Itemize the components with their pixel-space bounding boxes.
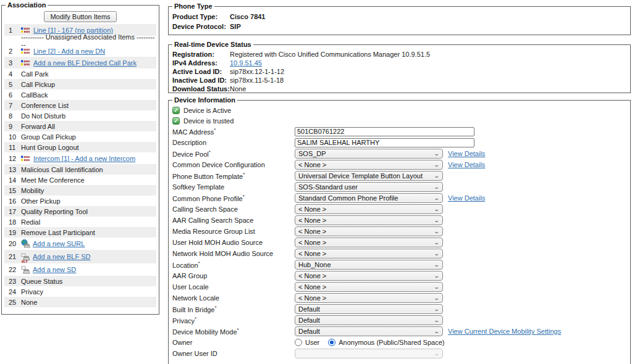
device-mobility-mode-select[interactable]: Default⌄ <box>295 326 443 336</box>
association-row-number: 8 <box>4 112 21 120</box>
common-phone-profile-details-link[interactable]: View Details <box>448 194 485 202</box>
form-row-network-hold-moh-audio-source: Network Hold MOH Audio Source< None >⌄ <box>172 248 628 259</box>
chevron-down-icon: ⌄ <box>434 307 440 312</box>
association-row-label: Mobility <box>21 187 44 194</box>
calling-search-space-selected-value: < None > <box>298 205 326 213</box>
common-device-configuration-details-link[interactable]: View Details <box>448 161 485 168</box>
mac-address-input[interactable] <box>295 127 474 136</box>
chevron-down-icon: ⌄ <box>434 251 440 257</box>
association-panel: Association Modify Button Items 1 Line [… <box>1 1 159 315</box>
owner-radio[interactable] <box>295 339 302 346</box>
form-row-owner-user-id: Owner User ID⌄ <box>172 348 628 359</box>
common-device-configuration-control: < None >⌄ <box>295 160 443 170</box>
field-label: Registration: <box>172 51 230 58</box>
softkey-template-select[interactable]: SOS-Standard user⌄ <box>295 182 443 192</box>
chevron-down-icon: ⌄ <box>434 273 440 279</box>
user-hold-moh-audio-source-control: < None >⌄ <box>295 238 443 247</box>
calling-search-space-select[interactable]: < None >⌄ <box>295 204 443 214</box>
required-asterisk: * <box>214 127 216 133</box>
phone-type-section: Phone Type Product Type:Cisco 7841Device… <box>168 2 631 35</box>
modify-button-row: Modify Button Items <box>4 11 156 22</box>
form-row-privacy: Privacy*Default⌄ <box>172 315 628 326</box>
phone-button-template-selected-value: Universal Device Template Button Layout <box>298 172 423 180</box>
phone-button-template-control: Universal Device Template Button Layout⌄ <box>295 171 443 181</box>
association-row-label: Privacy <box>21 288 43 296</box>
form-row-network-locale: Network Locale< None >⌄ <box>172 292 628 304</box>
association-row-link[interactable]: Add a new SURL <box>33 240 85 247</box>
built-in-bridge-control: Default⌄ <box>295 304 443 314</box>
phone-button-template-label: Phone Button Template* <box>172 172 295 180</box>
association-row: 10Group Call Pickup <box>4 131 156 142</box>
description-input[interactable] <box>295 138 474 147</box>
chevron-down-icon: ⌄ <box>434 162 440 168</box>
required-asterisk: * <box>209 149 211 155</box>
softkey-template-control: SOS-Standard user⌄ <box>295 182 443 192</box>
field-value: Cisco 7841 <box>230 13 265 20</box>
network-locale-selected-value: < None > <box>298 294 326 302</box>
association-row-number: 16 <box>4 197 21 205</box>
association-row-label: Redial <box>21 218 40 226</box>
location-control: Hub_None⌄ <box>295 260 443 270</box>
common-device-configuration-select[interactable]: < None >⌄ <box>295 160 443 170</box>
network-locale-select[interactable]: < None >⌄ <box>295 293 443 303</box>
aar-group-control: < None >⌄ <box>295 271 443 281</box>
chevron-down-icon: ⌄ <box>434 196 440 201</box>
device-mobility-mode-details-link[interactable]: View Current Device Mobility Settings <box>448 328 561 335</box>
modify-button-items-button[interactable]: Modify Button Items <box>44 11 116 22</box>
built-in-bridge-select[interactable]: Default⌄ <box>295 304 443 314</box>
network-hold-moh-audio-source-control: < None >⌄ <box>295 249 443 259</box>
user-hold-moh-audio-source-select[interactable]: < None >⌄ <box>295 238 443 247</box>
user-locale-selected-value: < None > <box>298 283 326 291</box>
privacy-select[interactable]: Default⌄ <box>295 315 443 325</box>
owner-user-id-select: ⌄ <box>295 349 443 358</box>
association-row-label: Forward All <box>21 123 55 130</box>
media-resource-group-list-select[interactable]: < None >⌄ <box>295 226 443 236</box>
association-row: 25None <box>4 297 156 307</box>
field-value: sip78xx.11-5-1-18 <box>230 77 284 84</box>
network-hold-moh-audio-source-select[interactable]: < None >⌄ <box>295 249 443 259</box>
ipv4-address-link[interactable]: 10.9.51.45 <box>230 59 262 67</box>
chevron-down-icon: ⌄ <box>434 207 440 212</box>
device-mobility-mode-label: Device Mobility Mode* <box>172 327 295 336</box>
network-locale-control: < None >⌄ <box>295 293 443 303</box>
association-row: 24Privacy <box>4 286 156 297</box>
chevron-down-icon: ⌄ <box>434 151 440 157</box>
device-pool-label: Device Pool* <box>172 149 295 158</box>
association-row-link[interactable]: Add a new BLF SD <box>33 253 91 260</box>
common-phone-profile-select[interactable]: Standard Common Phone Profile⌄ <box>295 193 443 203</box>
form-row-description: Description <box>172 137 628 148</box>
required-asterisk: * <box>243 194 245 199</box>
aar-calling-search-space-selected-value: < None > <box>298 217 326 224</box>
association-row-link[interactable]: Line [2] - Add a new DN <box>33 48 105 55</box>
aar-calling-search-space-select[interactable]: < None >⌄ <box>295 215 443 225</box>
user-locale-select[interactable]: < None >⌄ <box>295 282 443 292</box>
device-pool-control: SOS_DP⌄ <box>295 149 443 159</box>
association-row-link[interactable]: Add a new BLF Directed Call Park <box>33 59 137 67</box>
association-row-label: Queue Status <box>21 278 62 285</box>
owner-radio-option: Anonymous (Public/Shared Space) <box>328 339 444 346</box>
association-row-link[interactable]: Add a new SD <box>33 266 76 273</box>
owner-label: Owner <box>172 339 295 346</box>
media-resource-group-list-label: Media Resource Group List <box>172 228 295 235</box>
chevron-down-icon: ⌄ <box>434 318 440 323</box>
owner-radio-selected[interactable] <box>328 339 335 346</box>
surl-icon <box>21 239 30 248</box>
softkey-template-selected-value: SOS-Standard user <box>298 183 358 191</box>
device-pool-select[interactable]: SOS_DP⌄ <box>295 149 443 159</box>
device-mobility-mode-selected-value: Default <box>298 328 320 335</box>
location-selected-value: Hub_None <box>298 261 331 268</box>
network-locale-label: Network Locale <box>172 294 295 302</box>
association-row-number: 12 <box>4 155 21 162</box>
location-select[interactable]: Hub_None⌄ <box>295 260 443 270</box>
association-row-number: 6 <box>4 91 21 99</box>
phone-button-template-select[interactable]: Universal Device Template Button Layout⌄ <box>295 171 443 181</box>
association-row-number: 18 <box>4 218 21 226</box>
field-label: Device Protocol: <box>172 23 230 30</box>
association-row-link[interactable]: Intercom [1] - Add a new Intercom <box>33 155 135 162</box>
form-row-device-mobility-mode: Device Mobility Mode*Default⌄View Curren… <box>172 326 628 337</box>
aar-group-select[interactable]: < None >⌄ <box>295 271 443 281</box>
device-pool-details-link[interactable]: View Details <box>448 150 485 157</box>
line-icon <box>21 60 31 66</box>
association-row-number: 3 <box>4 59 21 67</box>
owner-radio-label: User <box>305 339 319 346</box>
